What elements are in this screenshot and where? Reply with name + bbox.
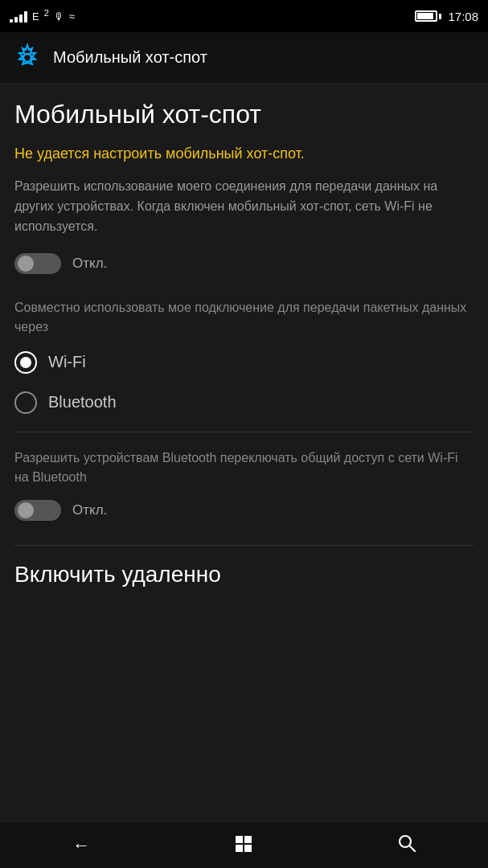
wifi-radio-label: Wi-Fi [48, 353, 86, 371]
svg-rect-2 [244, 836, 252, 843]
app-header-title: Мобильный хот-спот [53, 48, 207, 67]
home-icon [234, 834, 253, 858]
mic-icon: 🎙 [54, 10, 64, 23]
bluetooth-toggle-label: Откл. [72, 502, 107, 518]
wifi-radio-inner [20, 357, 31, 368]
wifi-radio-option[interactable]: Wi-Fi [14, 351, 474, 374]
bluetooth-description: Разрешить устройствам Bluetooth переключ… [14, 448, 474, 487]
signal-icon [10, 10, 27, 23]
bluetooth-toggle-row[interactable]: Откл. [14, 500, 474, 521]
page-title: Мобильный хот-спот [14, 100, 474, 129]
search-button[interactable] [383, 823, 431, 868]
bt-toggle-thumb [18, 502, 34, 518]
hotspot-toggle-row[interactable]: Откл. [14, 253, 474, 274]
remote-section-title: Включить удаленно [14, 562, 474, 588]
wifi-icon: ≈ [69, 10, 75, 23]
svg-rect-3 [236, 845, 243, 852]
status-bar: E 2 🎙 ≈ 17:08 [0, 0, 488, 32]
signal-count: 2 [44, 8, 49, 18]
nav-bar: ← [0, 823, 488, 868]
main-content: Мобильный хот-спот Не удается настроить … [0, 84, 488, 823]
bluetooth-radio-circle [14, 391, 37, 414]
app-header: Мобильный хот-спот [0, 32, 488, 84]
hotspot-toggle-label: Откл. [72, 256, 107, 272]
toggle-thumb [18, 256, 34, 272]
wifi-radio-circle [14, 351, 37, 374]
hotspot-description: Разрешить использование моего соединения… [14, 177, 474, 236]
time-display: 17:08 [448, 10, 478, 23]
battery-icon [415, 10, 441, 22]
bt-toggle-track [14, 500, 61, 521]
status-right: 17:08 [415, 10, 478, 23]
search-icon [397, 833, 416, 858]
svg-rect-1 [236, 836, 243, 843]
settings-icon [13, 43, 42, 72]
share-section-label: Совместно использовать мое подключение д… [14, 298, 474, 337]
svg-rect-4 [244, 845, 252, 852]
network-type: E [32, 10, 39, 23]
status-left: E 2 🎙 ≈ [10, 10, 75, 23]
bluetooth-toggle[interactable] [14, 500, 61, 521]
hotspot-toggle[interactable] [14, 253, 61, 274]
toggle-track [14, 253, 61, 274]
separator [14, 432, 474, 432]
home-button[interactable] [219, 823, 268, 868]
bluetooth-radio-label: Bluetooth [48, 393, 117, 411]
error-message: Не удается настроить мобильный хот-спот. [14, 144, 474, 164]
separator-2 [14, 545, 474, 546]
back-button[interactable]: ← [57, 823, 105, 868]
bluetooth-radio-option[interactable]: Bluetooth [14, 391, 474, 414]
back-icon: ← [72, 835, 90, 856]
svg-line-6 [409, 846, 415, 852]
